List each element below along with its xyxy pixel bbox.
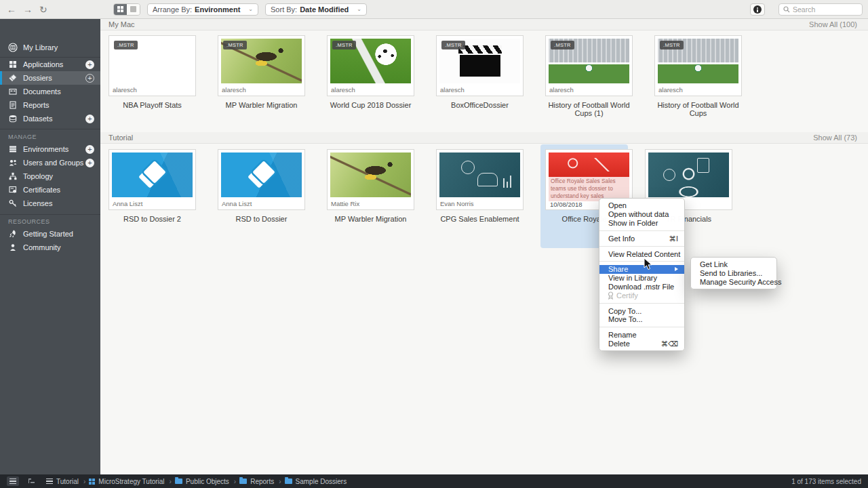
dossiers-icon (8, 73, 18, 83)
sidebar-item-getting-started[interactable]: Getting Started (0, 227, 100, 241)
sidebar-item-documents[interactable]: Documents (0, 85, 100, 98)
show-all-link[interactable]: Show All (100) (809, 20, 857, 28)
section-header-my-mac: My Mac Show All (100) (100, 19, 868, 30)
dossier-card[interactable]: .MSTR alaresch BoxOfficeDossier (436, 35, 524, 109)
card-title: BoxOfficeDossier (436, 101, 524, 109)
show-all-link[interactable]: Show All (73) (813, 134, 857, 142)
search-input[interactable] (793, 5, 858, 14)
card-owner: Mattie Rix (331, 200, 359, 207)
card-thumbnail-box: .MSTR alaresch (654, 35, 742, 96)
certificate-icon (8, 185, 18, 195)
context-menu-item[interactable]: Rename (599, 331, 684, 340)
sidebar-item-environments[interactable]: Environments + (0, 142, 100, 156)
grid-view-button[interactable] (114, 4, 127, 15)
list-view-button[interactable] (127, 4, 140, 15)
context-menu-item[interactable] (599, 230, 684, 231)
forward-icon[interactable]: → (23, 4, 33, 15)
card-thumbnail-box: Evan Norris (436, 149, 524, 210)
sidebar-item-my-library[interactable]: My Library (0, 41, 100, 54)
sidebar-item-applications[interactable]: Applications + (0, 58, 100, 71)
reports-icon (8, 100, 18, 110)
submenu-item[interactable]: Manage Security Access (691, 278, 776, 287)
card-owner: Anna Liszt (222, 200, 252, 207)
dossier-card[interactable]: Anna Liszt RSD to Dossier (218, 149, 305, 223)
sidebar-item-reports[interactable]: Reports (0, 98, 100, 112)
breadcrumb-item[interactable]: Public Objects › (175, 478, 236, 485)
add-application-button[interactable]: + (85, 60, 94, 69)
breadcrumb-item[interactable]: MicroStrategy Tutorial › (89, 478, 172, 485)
sidebar-item-topology[interactable]: Topology (0, 169, 100, 183)
submenu-item[interactable]: Get Link (691, 260, 776, 269)
dossier-card[interactable]: .MSTR alaresch History of Football World… (654, 35, 742, 117)
sidebar-item-community[interactable]: Community (0, 241, 100, 254)
card-title: World Cup 2018 Dossier (327, 101, 414, 109)
breadcrumb-list-view-button[interactable] (7, 476, 19, 486)
share-submenu: Get Link Send to Libraries... Manage Sec… (690, 257, 777, 289)
add-dossier-button[interactable]: + (85, 74, 94, 83)
context-menu-item[interactable]: View in Library (599, 274, 684, 283)
sidebar-item-dossiers[interactable]: Dossiers + (0, 71, 100, 85)
card-title: MP Warbler Migration (327, 215, 414, 223)
sidebar-item-users-and-groups[interactable]: Users and Groups + (0, 156, 100, 169)
sort-by-dropdown[interactable]: Sort By: Date Modified ⌄ (265, 3, 367, 16)
sidebar-item-certificates[interactable]: Certificates (0, 183, 100, 197)
back-icon[interactable]: ← (7, 4, 16, 15)
submenu-item[interactable]: Send to Libraries... (691, 269, 776, 278)
context-menu-item[interactable]: Get Info ⌘I (599, 234, 684, 243)
card-description: Office Royale Sales Sales teams use this… (551, 178, 627, 200)
context-menu-item[interactable] (599, 327, 684, 327)
card-thumbnail-box: Mattie Rix (327, 149, 414, 210)
sidebar-item-datasets[interactable]: Datasets + (0, 112, 100, 125)
dossier-card[interactable]: .MSTR alaresch History of Football World… (545, 35, 633, 117)
dossier-card[interactable]: Evan Norris CPG Sales Enablement (436, 149, 524, 223)
context-menu-item[interactable]: View Related Content (599, 249, 684, 258)
section-title: Tutorial (108, 134, 133, 142)
card-title: History of Football World Cups (1) (545, 101, 633, 117)
context-menu-item[interactable]: Delete ⌘⌫ (599, 340, 684, 348)
context-menu-item[interactable]: Move To... (599, 315, 684, 324)
card-date: 10/08/2018 (550, 201, 583, 208)
card-title: RSD to Dossier (218, 215, 305, 223)
context-menu-item[interactable] (599, 246, 684, 247)
card-thumbnail-box: .MSTR alaresch (327, 35, 414, 96)
dossier-card[interactable]: Anna Liszt RSD to Dossier 2 (108, 149, 196, 223)
context-menu-item[interactable]: Open (599, 201, 684, 210)
mstr-file-badge: .MSTR (223, 41, 247, 49)
resources-section-header: RESOURCES (8, 218, 50, 225)
context-menu-item[interactable] (599, 303, 684, 304)
context-menu-item[interactable]: Open without data (599, 210, 684, 219)
card-title: History of Football World Cups (654, 101, 742, 117)
refresh-icon[interactable]: ↻ (39, 4, 47, 15)
submenu-arrow-icon (675, 267, 678, 271)
dossier-thumbnail (112, 152, 193, 197)
dossier-card[interactable]: .MSTR alaresch MP Warbler Migration (218, 35, 305, 109)
dossier-card[interactable]: .MSTR alaresch World Cup 2018 Dossier (327, 35, 414, 109)
search-box (778, 3, 863, 16)
arrange-by-dropdown[interactable]: Arrange By: Environment ⌄ (147, 3, 258, 16)
context-menu-item[interactable]: Copy To... (599, 306, 684, 315)
info-button[interactable] (750, 3, 765, 16)
breadcrumb-item[interactable]: Sample Dossiers › (285, 478, 347, 485)
breadcrumb-icon (239, 479, 247, 484)
add-user-button[interactable]: + (85, 159, 94, 167)
add-environment-button[interactable]: + (85, 145, 94, 154)
mstr-file-badge: .MSTR (660, 41, 684, 49)
breadcrumb-tree-view-button[interactable] (26, 476, 38, 486)
breadcrumb-item[interactable]: Tutorial › (46, 478, 85, 485)
mstr-file-badge: .MSTR (441, 41, 465, 49)
context-menu-item[interactable]: Show in Folder (599, 219, 684, 228)
context-menu-item[interactable]: Download .mstr File (599, 283, 684, 291)
manage-section-header: MANAGE (8, 134, 37, 140)
search-icon (783, 6, 790, 13)
my-mac-cards-row: .MSTR alaresch NBA Playoff Stats .MSTR a… (108, 35, 742, 117)
card-owner: Anna Liszt (113, 200, 142, 207)
breadcrumb-item[interactable]: Reports › (239, 478, 281, 485)
dossier-card[interactable]: Mattie Rix MP Warbler Migration (327, 149, 414, 223)
add-dataset-button[interactable]: + (85, 115, 94, 123)
dossier-card[interactable]: .MSTR alaresch NBA Playoff Stats (108, 35, 196, 109)
sidebar-item-licenses[interactable]: Licenses (0, 197, 100, 210)
context-menu-item[interactable] (599, 261, 684, 262)
context-menu-item[interactable]: Certify (599, 291, 684, 300)
context-menu-item[interactable]: Share (599, 265, 684, 274)
divider (0, 129, 100, 129)
